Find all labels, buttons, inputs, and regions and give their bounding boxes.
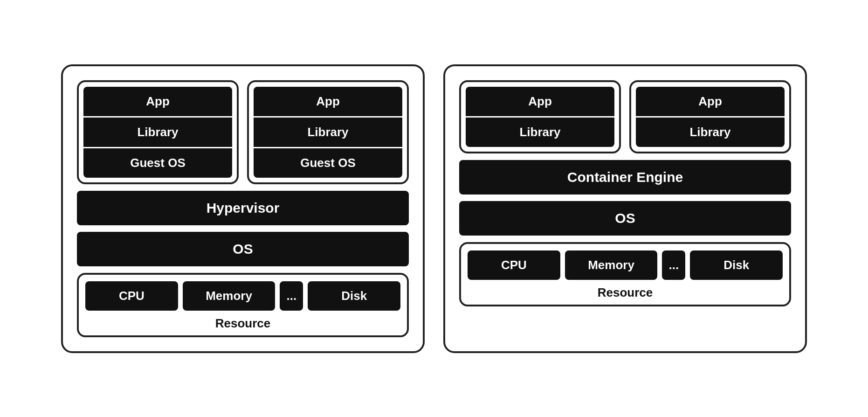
vm-top-row: App Library Guest OS App Library Guest O…: [77, 80, 409, 184]
c2-library-layer: Library: [636, 116, 785, 147]
container-disk-item: Disk: [690, 250, 783, 280]
vm-box-2: App Library Guest OS: [247, 80, 409, 184]
container-cpu-item: CPU: [468, 250, 560, 280]
vm2-guestos-layer: Guest OS: [254, 147, 402, 178]
container-top-row: App Library App Library: [459, 80, 791, 153]
cpu-item: CPU: [85, 281, 178, 311]
vm-box-1: App Library Guest OS: [77, 80, 239, 184]
vm2-library-layer: Library: [254, 116, 402, 147]
container-box-2: App Library: [629, 80, 791, 153]
container-resource-box: CPU Memory ... Disk Resource: [459, 242, 791, 306]
c1-library-layer: Library: [466, 116, 614, 147]
vm1-guestos-layer: Guest OS: [83, 147, 232, 178]
resource-box: CPU Memory ... Disk Resource: [77, 273, 409, 337]
container-dots-item: ...: [662, 250, 685, 280]
resource-items: CPU Memory ... Disk: [85, 281, 400, 311]
vm-diagram: App Library Guest OS App Library Guest O…: [61, 64, 425, 353]
dots-item: ...: [280, 281, 303, 311]
memory-item: Memory: [183, 281, 276, 311]
hypervisor-block: Hypervisor: [77, 191, 409, 225]
c2-app-layer: App: [636, 87, 785, 116]
disk-item: Disk: [308, 281, 400, 311]
vm1-library-layer: Library: [83, 116, 232, 147]
vm1-app-layer: App: [83, 87, 232, 116]
resource-label: Resource: [85, 314, 400, 332]
container-diagram: App Library App Library Container Engine…: [443, 64, 807, 353]
container-box-1: App Library: [459, 80, 621, 153]
container-memory-item: Memory: [565, 250, 658, 280]
container-resource-label: Resource: [468, 284, 783, 301]
diagrams-container: App Library Guest OS App Library Guest O…: [52, 55, 816, 362]
c1-app-layer: App: [466, 87, 614, 116]
vm2-app-layer: App: [254, 87, 402, 116]
container-resource-items: CPU Memory ... Disk: [468, 250, 783, 280]
container-engine-block: Container Engine: [459, 160, 791, 195]
os-block: OS: [77, 232, 409, 266]
container-os-block: OS: [459, 201, 791, 236]
